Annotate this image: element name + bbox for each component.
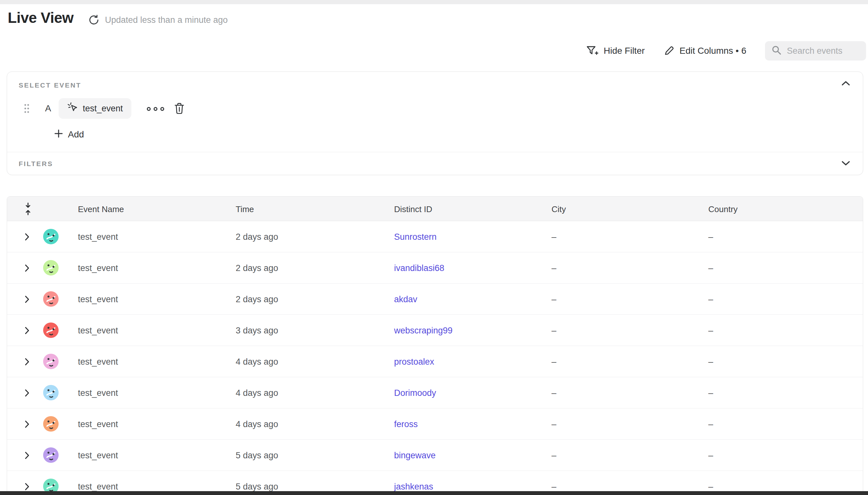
country-cell: – (708, 263, 713, 273)
event-name-cell: test_event (78, 481, 118, 492)
row-expand-chevron-icon[interactable] (25, 295, 29, 305)
distinct-id-link[interactable]: feross (394, 419, 418, 429)
search-icon (771, 45, 782, 57)
distinct-id-link[interactable]: bingewave (394, 450, 436, 461)
row-expand-chevron-icon[interactable] (25, 233, 29, 242)
distinct-id-link[interactable]: jashkenas (394, 481, 433, 492)
country-cell: – (708, 357, 713, 367)
distinct-id-link[interactable]: ivandiblasi68 (394, 263, 444, 273)
row-expand-chevron-icon[interactable] (25, 327, 29, 336)
avatar (43, 229, 58, 244)
distinct-id-link[interactable]: Sunrostern (394, 232, 437, 242)
edit-columns-button[interactable]: Edit Columns • 6 (664, 45, 746, 56)
row-expand-chevron-icon[interactable] (25, 420, 29, 429)
city-cell: – (551, 481, 556, 492)
time-cell: 4 days ago (236, 388, 278, 398)
col-header-city[interactable]: City (551, 204, 566, 214)
table-row: test_event 4 days ago feross – – (7, 408, 863, 440)
search-box[interactable] (765, 41, 866, 61)
collapse-section-chevron-up-icon[interactable] (841, 81, 850, 87)
event-name-cell: test_event (78, 294, 118, 305)
row-expand-chevron-icon[interactable] (25, 451, 29, 461)
time-cell: 4 days ago (236, 357, 278, 367)
edit-columns-label: Edit Columns • 6 (680, 46, 746, 56)
row-expand-chevron-icon[interactable] (25, 264, 29, 273)
country-cell: – (708, 481, 713, 492)
avatar (43, 291, 58, 307)
time-cell: 5 days ago (236, 481, 278, 492)
table-row: test_event 4 days ago prostoalex – – (7, 346, 863, 377)
selected-event-name: test_event (83, 104, 123, 114)
clause-letter: A (45, 103, 51, 114)
event-name-cell: test_event (78, 263, 118, 273)
time-cell: 2 days ago (236, 232, 278, 242)
table-row: test_event 3 days ago webscraping99 – – (7, 315, 863, 346)
filters-section-label: FILTERS (19, 160, 53, 168)
col-header-event-name[interactable]: Event Name (78, 204, 124, 214)
time-cell: 4 days ago (236, 419, 278, 429)
avatar (43, 385, 58, 400)
country-cell: – (708, 450, 713, 461)
pencil-icon (664, 45, 675, 56)
distinct-id-link[interactable]: akdav (394, 294, 417, 305)
more-options-icon[interactable] (147, 106, 167, 112)
page-title: Live View (8, 9, 73, 27)
city-cell: – (551, 263, 556, 273)
distinct-id-link[interactable]: prostoalex (394, 357, 434, 367)
panel-divider (7, 152, 863, 152)
country-cell: – (708, 388, 713, 398)
drag-handle-icon[interactable] (24, 104, 30, 115)
country-cell: – (708, 232, 713, 242)
event-clause-row: A test_event (7, 98, 863, 119)
table-row: test_event 5 days ago bingewave – – (7, 440, 863, 471)
avatar (43, 416, 58, 432)
col-header-distinct-id[interactable]: Distinct ID (394, 204, 432, 214)
refresh-icon[interactable] (88, 14, 100, 26)
city-cell: – (551, 388, 556, 398)
event-name-cell: test_event (78, 419, 118, 429)
hide-filter-button[interactable]: Hide Filter (586, 45, 645, 57)
city-cell: – (551, 232, 556, 242)
time-cell: 3 days ago (236, 325, 278, 336)
event-name-cell: test_event (78, 357, 118, 367)
select-event-section-label: SELECT EVENT (19, 82, 82, 89)
table-row: test_event 2 days ago Sunrostern – – (7, 221, 863, 252)
filter-plus-icon (586, 45, 598, 57)
event-name-cell: test_event (78, 325, 118, 336)
event-name-cell: test_event (78, 232, 118, 242)
toolbar: Hide Filter Edit Columns • 6 (586, 41, 866, 61)
country-cell: – (708, 419, 713, 429)
distinct-id-link[interactable]: Dorimoody (394, 388, 436, 398)
city-cell: – (551, 357, 556, 367)
event-name-cell: test_event (78, 388, 118, 398)
time-cell: 5 days ago (236, 450, 278, 461)
trash-icon[interactable] (174, 102, 185, 116)
table-row: test_event 2 days ago akdav – – (7, 284, 863, 315)
page-top-strip (0, 0, 868, 4)
row-expand-chevron-icon[interactable] (25, 389, 29, 398)
collapse-rows-icon[interactable] (24, 202, 32, 217)
add-button-label: Add (68, 130, 84, 140)
avatar (43, 323, 58, 338)
last-updated-text: Updated less than a minute ago (105, 15, 227, 25)
table-row: test_event 4 days ago Dorimoody – – (7, 377, 863, 408)
search-input[interactable] (787, 46, 854, 56)
events-table: Event Name Time Distinct ID City Country… (7, 196, 863, 495)
row-expand-chevron-icon[interactable] (25, 358, 29, 367)
row-expand-chevron-icon[interactable] (25, 483, 29, 492)
avatar (43, 260, 58, 275)
expand-filters-chevron-down-icon[interactable] (841, 161, 850, 167)
avatar (43, 354, 58, 369)
col-header-country[interactable]: Country (708, 204, 737, 214)
table-header-row: Event Name Time Distinct ID City Country (7, 197, 863, 221)
city-cell: – (551, 419, 556, 429)
event-name-cell: test_event (78, 450, 118, 461)
col-header-time[interactable]: Time (236, 204, 254, 214)
add-event-button[interactable]: Add (54, 125, 84, 144)
event-select-chip[interactable]: test_event (58, 98, 131, 119)
table-row: test_event 2 days ago ivandiblasi68 – – (7, 252, 863, 284)
city-cell: – (551, 294, 556, 305)
distinct-id-link[interactable]: webscraping99 (394, 325, 453, 336)
window-bottom-edge (0, 491, 868, 495)
hide-filter-label: Hide Filter (604, 46, 645, 56)
